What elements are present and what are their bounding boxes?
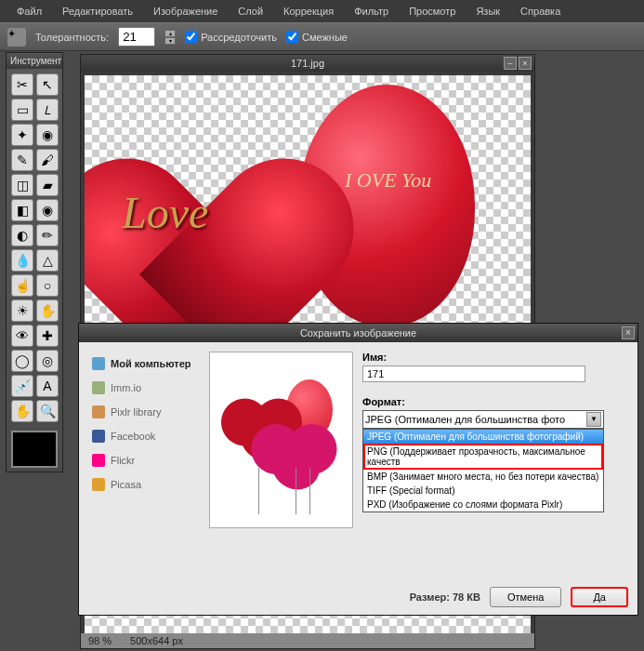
ok-button[interactable]: Да xyxy=(571,587,628,607)
menu-изображение[interactable]: Изображение xyxy=(144,3,227,20)
dest-icon xyxy=(92,405,105,418)
name-label: Имя: xyxy=(362,352,628,363)
tool-clone[interactable]: ◉ xyxy=(36,199,59,221)
tool-blur[interactable]: 💧 xyxy=(11,249,33,272)
tolerance-spinner[interactable]: ▴▾ xyxy=(164,30,176,45)
tool-eraser[interactable]: ◫ xyxy=(11,174,33,196)
format-select[interactable]: JPEG (Оптимален для большинства фото ▼ xyxy=(362,410,604,429)
menu-слой[interactable]: Слой xyxy=(229,3,272,20)
tool-burn[interactable]: ✋ xyxy=(36,299,59,322)
tool-quick-select[interactable]: ◉ xyxy=(36,124,59,146)
tool-marquee[interactable]: ▭ xyxy=(11,99,33,121)
tool-draw[interactable]: ✏ xyxy=(36,224,59,246)
tool-bucket[interactable]: ▰ xyxy=(36,174,59,196)
dest-picasa[interactable]: Picasa xyxy=(88,472,200,497)
menu-язык[interactable]: Язык xyxy=(467,3,509,20)
tool-move[interactable]: ↖ xyxy=(36,73,59,96)
contiguous-checkbox[interactable]: Смежные xyxy=(286,31,348,43)
tool-spot[interactable]: ✚ xyxy=(36,325,59,347)
file-size-label: Размер: 78 КВ xyxy=(410,591,480,603)
menu-коррекция[interactable]: Коррекция xyxy=(274,3,343,20)
feather-checkbox[interactable]: Рассредоточить xyxy=(185,31,277,43)
dest-icon xyxy=(92,454,105,467)
tool-smudge[interactable]: ☝ xyxy=(11,274,33,297)
format-option[interactable]: BMP (Занимает много места, но без потери… xyxy=(363,470,603,484)
tool-replace[interactable]: ◐ xyxy=(11,224,33,246)
chevron-down-icon[interactable]: ▼ xyxy=(586,412,601,427)
zoom-level: 98 % xyxy=(88,635,112,646)
toolbox-title: Инструмент xyxy=(7,53,62,69)
tool-gradient[interactable]: ◧ xyxy=(11,199,33,221)
tool-type[interactable]: A xyxy=(36,375,59,397)
close-icon[interactable]: × xyxy=(519,57,532,70)
menu-файл[interactable]: Файл xyxy=(7,3,51,20)
dest-icon xyxy=(92,430,105,443)
color-swatch[interactable] xyxy=(11,431,58,468)
tool-hand[interactable]: ✋ xyxy=(11,400,33,422)
canvas-titlebar[interactable]: 171.jpg –× xyxy=(81,55,534,72)
options-toolbar: ✦ Толерантность: ▴▾ Рассредоточить Смежн… xyxy=(0,22,644,51)
dest-icon xyxy=(92,357,105,370)
tolerance-input[interactable] xyxy=(118,27,155,46)
minimize-icon[interactable]: – xyxy=(504,57,517,70)
tool-wand[interactable]: ✦ xyxy=(11,124,33,146)
cancel-button[interactable]: Отмена xyxy=(490,587,561,607)
dest-imm.io[interactable]: Imm.io xyxy=(88,376,200,400)
format-label: Формат: xyxy=(362,396,628,407)
tool-lasso[interactable]: 𝘓 xyxy=(36,99,59,121)
toolbox-panel: Инструмент ✂↖▭𝘓✦◉✎🖌◫▰◧◉◐✏💧△☝○☀✋👁✚◯◎💉A✋🔍 xyxy=(6,52,63,472)
image-preview xyxy=(209,352,353,528)
love-text: Love xyxy=(122,187,208,238)
format-option[interactable]: TIFF (Special format) xyxy=(363,484,603,498)
menu-фильтр[interactable]: Фильтр xyxy=(345,3,398,20)
canvas-dimensions: 500x644 px xyxy=(130,635,183,646)
name-input[interactable] xyxy=(362,365,585,382)
tool-pinch[interactable]: ◎ xyxy=(36,350,59,372)
format-option[interactable]: PXD (Изображение со слоями формата Pixlr… xyxy=(363,498,603,512)
format-option[interactable]: PNG (Поддерживает прозрачность, максимал… xyxy=(363,444,603,470)
menu-bar: ФайлРедактироватьИзображениеСлойКоррекци… xyxy=(0,0,644,22)
dest-icon xyxy=(92,381,105,394)
dest-flickr[interactable]: Flickr xyxy=(88,448,200,472)
format-option[interactable]: JPEG (Оптимален для большинства фотограф… xyxy=(363,430,603,444)
tool-brush[interactable]: 🖌 xyxy=(36,149,59,171)
close-icon[interactable]: × xyxy=(622,326,635,339)
menu-редактировать[interactable]: Редактировать xyxy=(53,3,142,20)
dest-icon xyxy=(92,478,105,491)
save-dialog: Сохранить изображение × Мой компьютерImm… xyxy=(78,323,638,616)
status-bar: 98 % 500x644 px xyxy=(81,633,534,648)
format-dropdown-list: JPEG (Оптимален для большинства фотограф… xyxy=(362,429,604,512)
tool-sponge[interactable]: ○ xyxy=(36,274,59,297)
dest-мой-компьютер[interactable]: Мой компьютер xyxy=(88,352,200,376)
tool-picker[interactable]: 💉 xyxy=(11,375,33,397)
wand-icon: ✦ xyxy=(7,28,26,46)
dest-pixlr-library[interactable]: Pixlr library xyxy=(88,400,200,424)
tool-bloat[interactable]: ◯ xyxy=(11,350,33,372)
tool-crop[interactable]: ✂ xyxy=(11,73,33,96)
tool-dodge[interactable]: ☀ xyxy=(11,299,33,322)
menu-просмотр[interactable]: Просмотр xyxy=(400,3,465,20)
dest-facebook[interactable]: Facebook xyxy=(88,424,200,448)
tool-redeye[interactable]: 👁 xyxy=(11,325,33,347)
menu-справка[interactable]: Справка xyxy=(511,3,570,20)
destination-list: Мой компьютерImm.ioPixlr libraryFacebook… xyxy=(88,352,200,528)
dialog-titlebar[interactable]: Сохранить изображение × xyxy=(79,324,637,342)
tool-zoom[interactable]: 🔍 xyxy=(36,400,59,422)
tolerance-label: Толерантность: xyxy=(35,32,109,43)
tool-pencil[interactable]: ✎ xyxy=(11,149,33,171)
tool-sharpen[interactable]: △ xyxy=(36,249,59,272)
